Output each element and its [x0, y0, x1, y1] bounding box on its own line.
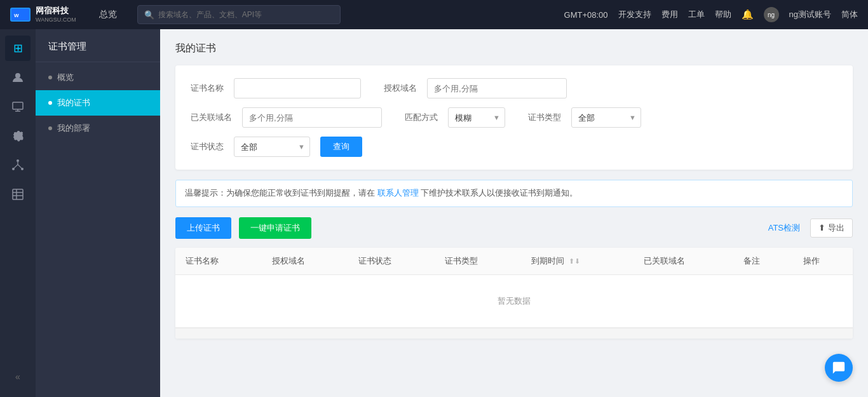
export-button[interactable]: ⬆ 导出 — [810, 219, 853, 238]
panel-menu: 概览 我的证书 我的部署 — [36, 62, 160, 397]
menu-item-my-certs[interactable]: 我的证书 — [36, 90, 160, 116]
linked-domain-input[interactable] — [242, 107, 382, 128]
top-right: GMT+08:00 开发支持 费用 工单 帮助 🔔 ng ng测试账号 简体 — [564, 7, 858, 22]
menu-dot-my-certs — [48, 101, 52, 105]
export-label: 导出 — [828, 222, 844, 234]
empty-text: 暂无数据 — [175, 274, 853, 327]
cert-name-label: 证书名称 — [191, 83, 224, 94]
sidebar: ⊞ « — [0, 29, 36, 397]
auth-domain-label: 授权域名 — [384, 83, 417, 94]
svg-rect-3 — [13, 102, 23, 109]
page-title: 我的证书 — [175, 42, 853, 55]
match-method-select-wrapper: 模糊 精确 ▼ — [448, 107, 505, 128]
cert-status-select-wrapper: 全部 正常 即将过期 已过期 ▼ — [234, 137, 310, 157]
menu-dot-overview — [48, 76, 52, 79]
svg-text:W: W — [14, 13, 19, 18]
notice-text-1: 温馨提示：为确保您能正常收到证书到期提醒，请在 — [185, 188, 375, 198]
chat-fab-button[interactable] — [825, 354, 853, 382]
sidebar-icon-monitor[interactable] — [5, 94, 31, 119]
help-link[interactable]: 帮助 — [715, 9, 731, 20]
global-search[interactable]: 🔍 — [137, 5, 341, 24]
cert-type-select[interactable]: 全部 DV OV EV — [571, 107, 641, 128]
filter-row-2: 已关联域名 匹配方式 模糊 精确 ▼ 证书类型 全部 DV OV — [191, 107, 837, 128]
table-body: 暂无数据 — [175, 274, 853, 327]
col-linked-domain: 已关联域名 — [634, 248, 733, 275]
col-cert-status: 证书状态 — [348, 248, 435, 275]
billing-link[interactable]: 费用 — [661, 9, 678, 20]
search-icon: 🔍 — [144, 10, 154, 20]
apply-cert-button[interactable]: 一键申请证书 — [239, 217, 311, 239]
match-method-label: 匹配方式 — [405, 112, 438, 123]
cert-name-input[interactable] — [234, 78, 361, 98]
action-right: ATS检测 ⬆ 导出 — [768, 219, 853, 238]
export-icon: ⬆ — [818, 223, 825, 232]
match-method-select[interactable]: 模糊 精确 — [448, 107, 505, 128]
col-expire-time[interactable]: 到期时间 ⬆⬇ — [521, 248, 634, 275]
panel-title: 证书管理 — [36, 29, 160, 62]
col-cert-name: 证书名称 — [175, 248, 262, 275]
menu-dot-my-deploys — [48, 126, 52, 130]
menu-item-my-deploys[interactable]: 我的部署 — [36, 116, 160, 141]
col-auth-domain: 授权域名 — [262, 248, 348, 275]
col-cert-type: 证书类型 — [435, 248, 521, 275]
cert-status-label: 证书状态 — [191, 141, 224, 152]
filter-row-3: 证书状态 全部 正常 即将过期 已过期 ▼ 查询 — [191, 137, 837, 157]
sidebar-bottom: « — [10, 367, 25, 397]
avatar: ng — [764, 7, 779, 22]
sidebar-icon-settings[interactable] — [5, 123, 31, 149]
cert-type-select-wrapper: 全部 DV OV EV ▼ — [571, 107, 641, 128]
cert-table: 证书名称 授权域名 证书状态 证书类型 到期时间 ⬆⬇ 已关联域名 备注 操作 — [175, 248, 853, 328]
linked-domain-label: 已关联域名 — [191, 112, 232, 123]
action-row: 上传证书 一键申请证书 ATS检测 ⬆ 导出 — [175, 217, 853, 239]
col-actions: 操作 — [793, 248, 853, 275]
notice-bar: 温馨提示：为确保您能正常收到证书到期提醒，请在 联系人管理 下维护技术联系人以便… — [175, 180, 853, 207]
col-remark: 备注 — [733, 248, 793, 275]
main-content: 我的证书 证书名称 授权域名 已关联域名 匹配方式 模糊 精确 — [160, 29, 868, 397]
search-input[interactable] — [158, 10, 334, 19]
cert-status-select[interactable]: 全部 正常 即将过期 已过期 — [234, 137, 310, 157]
sidebar-collapse-button[interactable]: « — [10, 367, 25, 387]
menu-item-overview[interactable]: 概览 — [36, 65, 160, 90]
dev-support-link[interactable]: 开发支持 — [618, 9, 651, 20]
table-header-row: 证书名称 授权域名 证书状态 证书类型 到期时间 ⬆⬇ 已关联域名 备注 操作 — [175, 248, 853, 275]
upload-cert-button[interactable]: 上传证书 — [175, 217, 231, 239]
left-panel: 证书管理 概览 我的证书 我的部署 — [36, 29, 160, 397]
logo-text: 网宿科技 WANGSU.COM — [36, 6, 76, 24]
svg-point-2 — [15, 73, 20, 78]
query-button[interactable]: 查询 — [320, 137, 362, 157]
table-header: 证书名称 授权域名 证书状态 证书类型 到期时间 ⬆⬇ 已关联域名 备注 操作 — [175, 248, 853, 275]
notice-link[interactable]: 联系人管理 — [377, 188, 419, 198]
cert-table-wrapper: 证书名称 授权域名 证书状态 证书类型 到期时间 ⬆⬇ 已关联域名 备注 操作 — [175, 248, 853, 339]
ats-check-link[interactable]: ATS检测 — [768, 222, 800, 234]
account-name[interactable]: ng测试账号 — [789, 9, 831, 20]
auth-domain-input[interactable] — [427, 78, 567, 98]
sort-icon-expire: ⬆⬇ — [569, 257, 580, 265]
sidebar-icon-table[interactable] — [5, 182, 31, 207]
logo-icon: W — [10, 8, 31, 22]
layout: ⊞ « 证书管理 概览 我的证书 — [0, 29, 868, 397]
lang-switch[interactable]: 简体 — [841, 9, 858, 20]
sidebar-icon-grid[interactable]: ⊞ — [5, 36, 31, 61]
notification-bell-icon[interactable]: 🔔 — [742, 9, 754, 20]
svg-point-4 — [17, 159, 19, 162]
timezone-label: GMT+08:00 — [564, 10, 608, 20]
svg-rect-7 — [13, 189, 23, 199]
logo: W 网宿科技 WANGSU.COM — [10, 6, 76, 24]
notice-text-2: 下维护技术联系人以便接收证书到期通知。 — [421, 188, 578, 198]
nav-overview[interactable]: 总览 — [92, 0, 125, 29]
sidebar-icon-users[interactable] — [5, 65, 31, 90]
filter-row-1: 证书名称 授权域名 — [191, 78, 837, 98]
table-empty-row: 暂无数据 — [175, 274, 853, 327]
sidebar-icon-nodes[interactable] — [5, 152, 31, 178]
cert-type-label: 证书类型 — [528, 112, 561, 123]
top-nav: W 网宿科技 WANGSU.COM 总览 🔍 GMT+08:00 开发支持 费用… — [0, 0, 868, 29]
ticket-link[interactable]: 工单 — [688, 9, 705, 20]
filter-card: 证书名称 授权域名 已关联域名 匹配方式 模糊 精确 ▼ 证书类型 — [175, 65, 853, 170]
scrollbar-inner — [175, 331, 853, 336]
horizontal-scrollbar[interactable] — [175, 328, 853, 339]
